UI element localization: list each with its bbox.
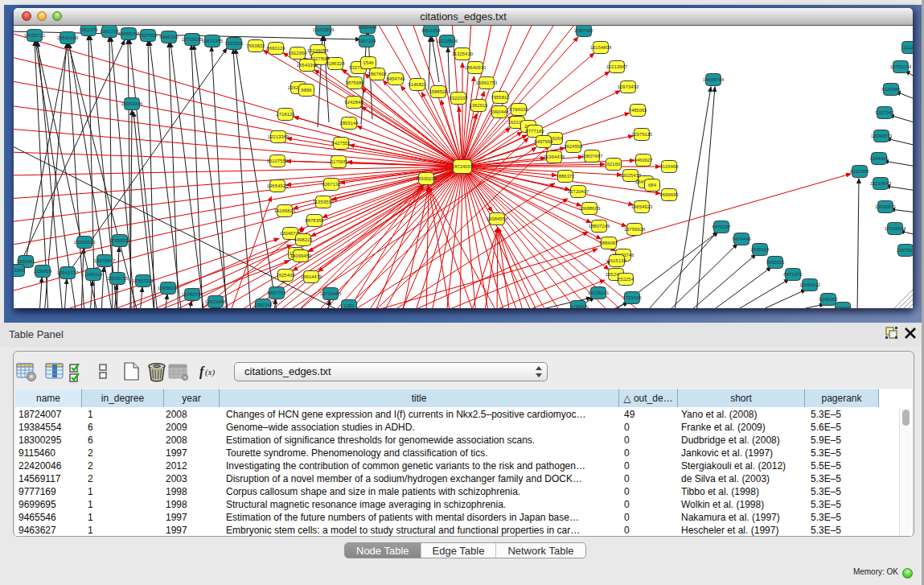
svg-text:8660124: 8660124 bbox=[266, 46, 285, 51]
svg-text:117005: 117005 bbox=[331, 159, 347, 164]
svg-text:1733426: 1733426 bbox=[622, 295, 642, 300]
svg-text:7886372: 7886372 bbox=[556, 174, 575, 179]
svg-text:9227342: 9227342 bbox=[875, 110, 894, 115]
svg-text:18300295: 18300295 bbox=[416, 176, 437, 181]
svg-text:1588520: 1588520 bbox=[429, 89, 448, 94]
svg-text:7625402: 7625402 bbox=[276, 273, 295, 278]
svg-text:9474444: 9474444 bbox=[732, 237, 751, 241]
svg-text:8813054: 8813054 bbox=[421, 28, 441, 33]
svg-text:12093873: 12093873 bbox=[871, 134, 893, 138]
svg-text:8186328: 8186328 bbox=[326, 61, 345, 66]
svg-text:16961753: 16961753 bbox=[476, 80, 498, 85]
svg-text:1167533: 1167533 bbox=[897, 248, 913, 253]
svg-text:7357224: 7357224 bbox=[357, 39, 376, 43]
svg-text:11353594: 11353594 bbox=[313, 200, 335, 204]
svg-text:9896: 9896 bbox=[301, 88, 312, 93]
svg-text:7515526: 7515526 bbox=[224, 41, 244, 46]
svg-text:19654925: 19654925 bbox=[267, 183, 289, 188]
svg-text:7663822: 7663822 bbox=[246, 43, 265, 48]
svg-text:9115460: 9115460 bbox=[660, 164, 680, 169]
svg-text:19975867: 19975867 bbox=[94, 258, 116, 263]
svg-text:20691406: 20691406 bbox=[57, 35, 79, 40]
svg-text:1292: 1292 bbox=[343, 303, 355, 308]
svg-text:9129966: 9129966 bbox=[881, 87, 901, 92]
svg-text:1145114: 1145114 bbox=[84, 272, 103, 277]
svg-text:11325419: 11325419 bbox=[452, 51, 474, 56]
svg-text:12923448: 12923448 bbox=[205, 299, 227, 304]
svg-text:12942737: 12942737 bbox=[57, 270, 79, 275]
svg-text:10958107: 10958107 bbox=[158, 286, 179, 290]
svg-text:684: 684 bbox=[648, 183, 657, 187]
svg-text:9699695: 9699695 bbox=[659, 192, 679, 197]
svg-text:62160: 62160 bbox=[607, 162, 621, 167]
svg-text:12213369: 12213369 bbox=[268, 134, 290, 139]
svg-text:9884067: 9884067 bbox=[599, 241, 618, 245]
svg-text:19384554: 19384554 bbox=[487, 216, 508, 221]
svg-text:1615132: 1615132 bbox=[607, 258, 626, 263]
svg-text:9146821: 9146821 bbox=[408, 82, 427, 87]
svg-text:1527602: 1527602 bbox=[138, 33, 158, 38]
svg-text:21364436: 21364436 bbox=[544, 154, 565, 159]
svg-text:20053346: 20053346 bbox=[121, 101, 143, 106]
svg-text:9777169: 9777169 bbox=[525, 129, 544, 134]
svg-text:92450: 92450 bbox=[836, 306, 850, 308]
svg-text:14136141: 14136141 bbox=[588, 290, 610, 295]
svg-text:(x): (x) bbox=[205, 367, 216, 377]
svg-text:16671355: 16671355 bbox=[202, 39, 224, 43]
svg-text:11125: 11125 bbox=[903, 45, 913, 50]
svg-text:3912954: 3912954 bbox=[288, 51, 307, 56]
svg-text:12975115: 12975115 bbox=[631, 132, 653, 137]
svg-text:20206526: 20206526 bbox=[74, 240, 96, 245]
svg-text:8990448: 8990448 bbox=[490, 109, 509, 114]
svg-text:18724007: 18724007 bbox=[452, 164, 474, 169]
svg-text:1156819: 1156819 bbox=[34, 269, 53, 274]
svg-text:16543362: 16543362 bbox=[297, 63, 318, 68]
svg-text:1901379: 1901379 bbox=[79, 27, 98, 32]
svg-text:2867608: 2867608 bbox=[368, 72, 387, 76]
svg-text:16154808: 16154808 bbox=[590, 45, 612, 50]
svg-text:9657791: 9657791 bbox=[267, 290, 286, 295]
svg-text:8471676: 8471676 bbox=[783, 272, 803, 277]
svg-text:16210643: 16210643 bbox=[870, 181, 892, 186]
svg-text:3624554: 3624554 bbox=[564, 144, 583, 149]
svg-text:6479197: 6479197 bbox=[712, 225, 731, 229]
svg-text:7955812: 7955812 bbox=[491, 95, 510, 100]
svg-text:f: f bbox=[199, 365, 205, 379]
svg-text:18807249: 18807249 bbox=[589, 224, 610, 229]
svg-text:8990448: 8990448 bbox=[358, 26, 377, 30]
svg-text:10807487: 10807487 bbox=[581, 154, 603, 159]
svg-text:17957225: 17957225 bbox=[133, 278, 154, 283]
svg-text:10655267: 10655267 bbox=[118, 31, 140, 36]
svg-text:16648784: 16648784 bbox=[703, 77, 725, 82]
svg-text:18640910: 18640910 bbox=[465, 65, 487, 70]
svg-text:19166825: 19166825 bbox=[274, 208, 296, 213]
svg-text:2087682: 2087682 bbox=[574, 28, 593, 33]
svg-text:9463627: 9463627 bbox=[634, 158, 653, 163]
svg-text:16053809: 16053809 bbox=[313, 27, 335, 32]
svg-text:8215958: 8215958 bbox=[850, 169, 869, 174]
svg-text:8427552: 8427552 bbox=[331, 141, 351, 146]
svg-text:15716485: 15716485 bbox=[320, 291, 342, 296]
svg-text:8267130: 8267130 bbox=[322, 182, 341, 187]
svg-text:7485063: 7485063 bbox=[628, 108, 647, 113]
svg-text:15720407: 15720407 bbox=[568, 189, 589, 194]
svg-text:1850061: 1850061 bbox=[16, 259, 35, 264]
svg-text:12213967: 12213967 bbox=[606, 64, 628, 69]
svg-text:3875685: 3875685 bbox=[345, 80, 364, 85]
svg-text:16914479: 16914479 bbox=[301, 274, 322, 279]
svg-text:6497568: 6497568 bbox=[534, 139, 553, 144]
svg-text:13218506: 13218506 bbox=[437, 39, 458, 43]
svg-text:1546: 1546 bbox=[363, 60, 374, 65]
svg-text:252254: 252254 bbox=[618, 277, 634, 282]
svg-text:10654112: 10654112 bbox=[799, 282, 821, 287]
svg-text:9242848: 9242848 bbox=[344, 100, 363, 105]
svg-text:10688609: 10688609 bbox=[579, 206, 601, 211]
svg-text:16107552: 16107552 bbox=[267, 159, 289, 163]
svg-text:14099459: 14099459 bbox=[290, 253, 312, 258]
svg-text:9245052: 9245052 bbox=[819, 297, 838, 302]
svg-text:10973493: 10973493 bbox=[618, 84, 639, 89]
svg-text:15692971: 15692971 bbox=[875, 204, 897, 209]
svg-text:7632621: 7632621 bbox=[766, 260, 785, 265]
svg-text:8454749: 8454749 bbox=[386, 76, 405, 81]
svg-text:12505135: 12505135 bbox=[107, 276, 129, 281]
